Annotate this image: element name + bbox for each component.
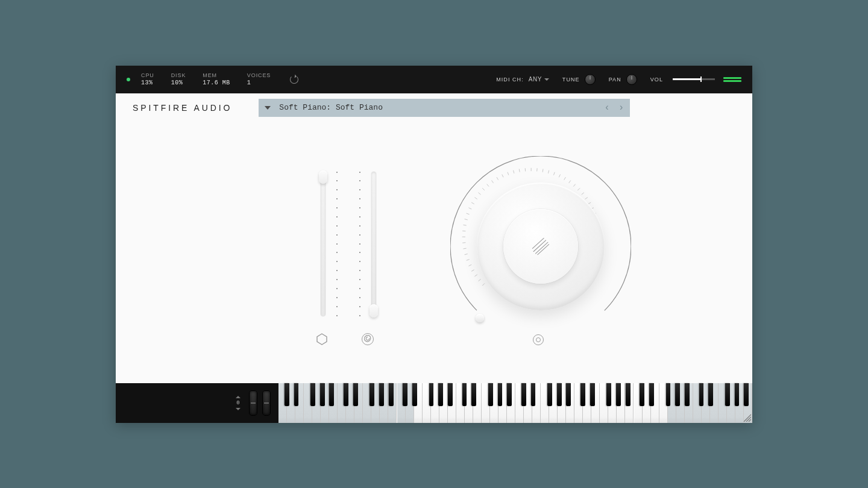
black-key[interactable] xyxy=(507,383,512,406)
black-key[interactable] xyxy=(462,383,467,406)
slider-thumb[interactable] xyxy=(319,170,327,184)
octave-value: 0 xyxy=(236,400,239,406)
reverb-icon[interactable] xyxy=(533,334,544,345)
cpu-label: CPU xyxy=(141,72,154,78)
black-key[interactable] xyxy=(320,383,325,406)
black-key[interactable] xyxy=(429,383,434,406)
preset-selector[interactable]: Soft Piano: Soft Piano ‹ › xyxy=(259,99,630,117)
svg-line-25 xyxy=(508,172,509,175)
svg-line-7 xyxy=(467,259,470,260)
black-key[interactable] xyxy=(403,383,407,406)
keyboard-octave xyxy=(574,383,634,423)
slider-track xyxy=(371,172,376,316)
black-key[interactable] xyxy=(580,383,585,406)
reload-icon[interactable] xyxy=(290,75,298,84)
black-key[interactable] xyxy=(498,383,503,406)
volume-slider[interactable] xyxy=(673,78,715,80)
octave-up-button[interactable] xyxy=(236,396,241,398)
black-key[interactable] xyxy=(448,383,453,406)
keyboard-octave xyxy=(634,383,693,423)
black-key[interactable] xyxy=(675,383,680,406)
black-key[interactable] xyxy=(344,383,348,406)
black-key[interactable] xyxy=(471,383,476,406)
black-key[interactable] xyxy=(735,383,740,406)
black-key[interactable] xyxy=(640,383,644,406)
slider-expression[interactable] xyxy=(365,172,382,316)
black-key[interactable] xyxy=(379,383,384,406)
svg-line-34 xyxy=(559,174,560,177)
svg-line-24 xyxy=(502,174,503,177)
svg-line-3 xyxy=(479,279,481,281)
black-key[interactable] xyxy=(329,383,334,406)
mod-wheel[interactable] xyxy=(263,391,270,415)
black-key[interactable] xyxy=(370,383,374,406)
black-key[interactable] xyxy=(744,383,749,406)
svg-line-17 xyxy=(471,202,474,204)
preset-name: Soft Piano: Soft Piano xyxy=(279,103,383,112)
black-key[interactable] xyxy=(626,383,631,406)
black-key[interactable] xyxy=(557,383,562,406)
resize-handle-icon[interactable] xyxy=(741,412,751,422)
keyboard-octave xyxy=(338,383,397,423)
svg-line-33 xyxy=(553,172,555,175)
black-key[interactable] xyxy=(649,383,654,406)
pitch-wheel[interactable] xyxy=(250,391,257,415)
preset-next-button[interactable]: › xyxy=(618,102,624,113)
voices-label: VOICES xyxy=(247,72,271,78)
volume-fill xyxy=(673,78,700,80)
black-key[interactable] xyxy=(547,383,552,406)
slider-dynamics[interactable] xyxy=(315,172,332,316)
slider-track xyxy=(321,172,326,316)
black-key[interactable] xyxy=(666,383,671,406)
top-bar: CPU 13% DISK 10% MEM 17.6 MB VOICES 1 MI… xyxy=(116,66,752,93)
black-key[interactable] xyxy=(725,383,730,406)
preset-prev-button[interactable]: ‹ xyxy=(604,102,610,113)
preset-dropdown-icon[interactable] xyxy=(265,106,271,110)
pan-label: PAN xyxy=(609,77,621,83)
main-dial[interactable] xyxy=(450,156,631,337)
black-key[interactable] xyxy=(412,383,417,406)
black-key[interactable] xyxy=(606,383,611,406)
black-key[interactable] xyxy=(438,383,443,406)
keyboard-octave xyxy=(278,383,338,423)
svg-line-26 xyxy=(514,170,514,173)
black-key[interactable] xyxy=(389,383,394,406)
svg-line-20 xyxy=(482,188,485,190)
black-key[interactable] xyxy=(685,383,690,406)
octave-stepper: 0 xyxy=(233,396,244,410)
svg-line-16 xyxy=(468,207,471,208)
black-key[interactable] xyxy=(521,383,526,406)
dynamics-icon[interactable] xyxy=(316,333,328,345)
black-key[interactable] xyxy=(310,383,315,406)
expression-icon[interactable] xyxy=(362,333,374,345)
svg-line-2 xyxy=(482,283,485,286)
black-key[interactable] xyxy=(566,383,571,406)
black-key[interactable] xyxy=(294,383,299,406)
black-key[interactable] xyxy=(531,383,536,406)
dial-knob[interactable] xyxy=(477,183,605,310)
slider-thumb[interactable] xyxy=(370,304,378,318)
pan-knob[interactable] xyxy=(626,74,637,85)
black-key[interactable] xyxy=(488,383,493,406)
piano-keyboard[interactable] xyxy=(278,383,752,423)
black-key[interactable] xyxy=(699,383,704,406)
keyboard-octave xyxy=(397,383,456,423)
voices-value: 1 xyxy=(247,80,271,86)
black-key[interactable] xyxy=(285,383,289,406)
volume-thumb[interactable] xyxy=(700,77,702,82)
black-key[interactable] xyxy=(708,383,713,406)
level-meter-icon xyxy=(723,77,741,82)
tune-knob[interactable] xyxy=(585,74,596,85)
black-key[interactable] xyxy=(590,383,595,406)
chevron-down-icon xyxy=(544,78,549,81)
svg-line-18 xyxy=(474,197,477,199)
black-key[interactable] xyxy=(616,383,621,406)
svg-line-35 xyxy=(564,177,566,180)
octave-down-button[interactable] xyxy=(236,408,241,410)
dial-indicator[interactable] xyxy=(476,314,484,322)
plugin-window: CPU 13% DISK 10% MEM 17.6 MB VOICES 1 MI… xyxy=(116,66,752,423)
midi-channel-select[interactable]: MIDI CH: ANY xyxy=(496,76,549,83)
svg-line-58 xyxy=(746,417,751,422)
svg-line-37 xyxy=(573,184,575,186)
black-key[interactable] xyxy=(353,383,358,406)
